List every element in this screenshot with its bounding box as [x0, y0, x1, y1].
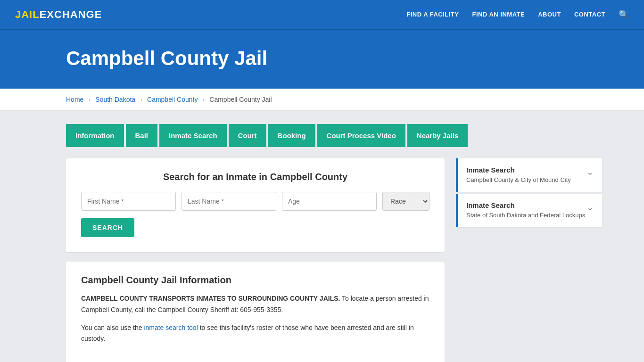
tab-inmate-search[interactable]: Inmate Search [159, 124, 227, 147]
breadcrumb-sep-3: › [203, 97, 205, 103]
breadcrumb-home[interactable]: Home [66, 96, 83, 103]
info-bold-text: CAMPBELL COUNTY TRANSPORTS INMATES TO SU… [81, 295, 340, 302]
breadcrumb-sep-2: › [140, 97, 142, 103]
sidebar-subtext-campbell: Campbell County & City of Mound City [466, 176, 571, 184]
main-content: Search for an Inmate in Campbell County … [0, 147, 644, 362]
sidebar-heading-campbell: Inmate Search [466, 166, 571, 174]
chevron-down-icon-campbell: ⌄ [586, 167, 594, 177]
search-fields-row: Race White Black Hispanic Asian Other [81, 192, 429, 211]
tab-court-process-video[interactable]: Court Process Video [317, 124, 405, 147]
sidebar-inmate-search-campbell[interactable]: Inmate Search Campbell County & City of … [456, 158, 602, 192]
tab-information[interactable]: Information [66, 124, 124, 147]
inmate-search-link[interactable]: inmate search tool [144, 324, 198, 331]
tabs-bar: Information Bail Inmate Search Court Boo… [0, 111, 644, 147]
search-icon[interactable]: 🔍 [619, 9, 629, 20]
tabs-row: Information Bail Inmate Search Court Boo… [66, 124, 578, 147]
nav-about[interactable]: ABOUT [538, 11, 561, 18]
sidebar-subtext-sd: State of South Dakota and Federal Lockup… [466, 211, 585, 220]
sidebar-card-content-campbell: Inmate Search Campbell County & City of … [466, 166, 571, 184]
info-card: Campbell County Jail Information CAMPBEL… [66, 262, 445, 362]
hero-section: Campbell County Jail [0, 30, 644, 89]
tab-booking[interactable]: Booking [268, 124, 315, 147]
tab-court[interactable]: Court [229, 124, 266, 147]
breadcrumb-current: Campbell County Jail [209, 96, 272, 103]
breadcrumb-county[interactable]: Campbell County [147, 96, 198, 103]
nav-links: FIND A FACILITY FIND AN INMATE ABOUT CON… [406, 9, 629, 20]
tab-nearby-jails[interactable]: Nearby Jails [407, 124, 468, 147]
sidebar-card-content-sd: Inmate Search State of South Dakota and … [466, 201, 585, 220]
logo-exchange: EXCHANGE [40, 8, 102, 20]
left-column: Search for an Inmate in Campbell County … [66, 158, 445, 362]
sidebar-heading-sd: Inmate Search [466, 201, 585, 209]
breadcrumb: Home › South Dakota › Campbell County › … [0, 89, 644, 111]
nav-contact[interactable]: CONTACT [574, 11, 605, 18]
age-input[interactable] [282, 192, 377, 211]
info-paragraph-2: You can also use the inmate search tool … [81, 322, 429, 345]
navbar: JAILEXCHANGE FIND A FACILITY FIND AN INM… [0, 0, 644, 30]
race-select[interactable]: Race White Black Hispanic Asian Other [382, 192, 429, 211]
site-logo[interactable]: JAILEXCHANGE [15, 8, 102, 21]
tab-bail[interactable]: Bail [126, 124, 158, 147]
nav-find-facility[interactable]: FIND A FACILITY [406, 11, 459, 18]
first-name-input[interactable] [81, 192, 176, 211]
sidebar-inmate-search-south-dakota[interactable]: Inmate Search State of South Dakota and … [456, 194, 602, 227]
info-card-title: Campbell County Jail Information [81, 275, 429, 286]
breadcrumb-sep-1: › [89, 97, 91, 103]
chevron-down-icon-sd: ⌄ [586, 202, 594, 213]
right-sidebar: Inmate Search Campbell County & City of … [456, 158, 602, 227]
breadcrumb-state[interactable]: South Dakota [95, 96, 135, 103]
info-p2-before: You can also use the [81, 324, 144, 331]
search-button[interactable]: SEARCH [81, 218, 134, 237]
last-name-input[interactable] [182, 192, 276, 211]
search-card: Search for an Inmate in Campbell County … [66, 158, 445, 252]
nav-find-inmate[interactable]: FIND AN INMATE [472, 11, 525, 18]
page-title: Campbell County Jail [66, 47, 625, 70]
search-card-title: Search for an Inmate in Campbell County [81, 172, 429, 182]
info-paragraph-1: CAMPBELL COUNTY TRANSPORTS INMATES TO SU… [81, 293, 429, 316]
logo-jail: JAIL [15, 8, 40, 20]
